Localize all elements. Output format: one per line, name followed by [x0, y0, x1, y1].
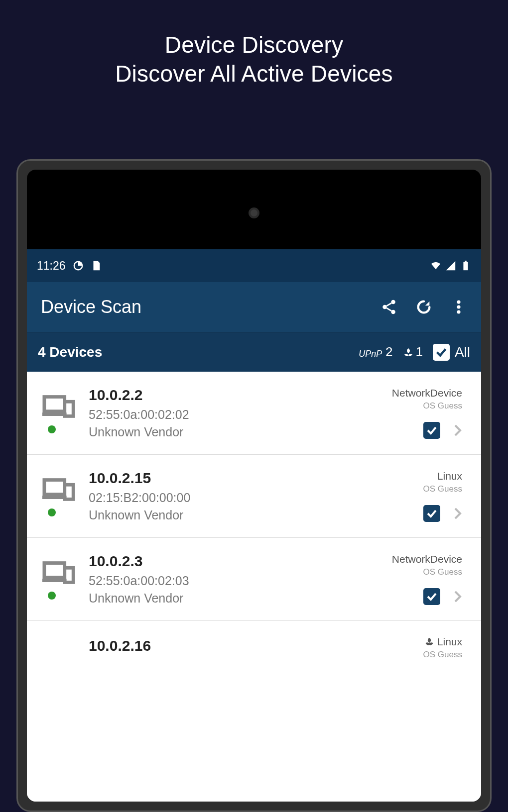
device-mac: 52:55:0a:00:02:02 — [89, 407, 392, 422]
device-ip: 10.0.2.15 — [89, 470, 423, 487]
app-bar: Device Scan — [27, 282, 481, 332]
svg-rect-14 — [65, 485, 73, 499]
device-checkbox[interactable] — [423, 505, 440, 522]
device-vendor: Unknown Vendor — [89, 591, 392, 606]
status-bar: 11:26 — [27, 249, 481, 282]
svg-point-7 — [457, 305, 460, 308]
devices-icon — [42, 476, 76, 504]
device-os-col: NetworkDevice OS Guess — [392, 553, 462, 605]
device-info: 10.0.2.15 02:15:B2:00:00:00 Unknown Vend… — [81, 470, 423, 522]
sd-card-icon — [91, 260, 102, 271]
os-guess-label: OS Guess — [423, 484, 462, 494]
os-guess-label: OS Guess — [423, 650, 462, 660]
tablet-inner: 11:26 Device Scan — [27, 170, 481, 802]
device-os: Linux — [437, 470, 462, 482]
device-os: NetworkDevice — [392, 553, 462, 565]
bonjour-indicator: 1 — [402, 344, 422, 360]
app-screen: 11:26 Device Scan — [27, 249, 481, 802]
device-os-col: NetworkDevice OS Guess — [392, 387, 462, 439]
chevron-right-icon[interactable] — [453, 423, 462, 437]
device-os-col: Linux OS Guess — [423, 636, 462, 660]
device-ip: 10.0.2.3 — [89, 553, 392, 570]
svg-rect-2 — [465, 261, 467, 262]
device-ip: 10.0.2.16 — [89, 637, 423, 654]
chevron-right-icon[interactable] — [453, 507, 462, 520]
device-os: NetworkDevice — [392, 387, 462, 399]
device-count-label: 4 Devices — [38, 344, 102, 360]
device-row[interactable]: 10.0.2.16 Linux OS Guess — [27, 621, 481, 675]
summary-right: UPnP 2 1 All — [359, 344, 470, 361]
promo-line1: Device Discovery — [0, 31, 508, 60]
device-os: Linux — [424, 636, 462, 648]
device-ip: 10.0.2.2 — [89, 387, 392, 404]
app-title: Device Scan — [41, 297, 141, 317]
svg-point-5 — [391, 310, 395, 314]
device-list[interactable]: 10.0.2.2 52:55:0a:00:02:02 Unknown Vendo… — [27, 372, 481, 802]
device-info: 10.0.2.3 52:55:0a:00:02:03 Unknown Vendo… — [81, 553, 392, 606]
online-status-dot — [48, 592, 56, 600]
tablet-frame: 11:26 Device Scan — [16, 159, 492, 812]
status-time: 11:26 — [37, 259, 66, 273]
promo-headline: Device Discovery Discover All Active Dev… — [0, 0, 508, 88]
svg-rect-17 — [65, 568, 73, 582]
svg-point-3 — [391, 300, 395, 304]
online-status-dot — [48, 425, 56, 433]
overflow-menu-button[interactable] — [450, 299, 467, 315]
device-os-col: Linux OS Guess — [423, 470, 462, 522]
svg-point-4 — [382, 305, 387, 309]
device-checkbox[interactable] — [423, 588, 440, 605]
os-guess-label: OS Guess — [423, 567, 462, 577]
device-icon-col — [38, 393, 81, 433]
status-right — [430, 260, 471, 271]
select-all-checkbox[interactable] — [433, 344, 450, 361]
os-guess-label: OS Guess — [423, 401, 462, 411]
data-saver-icon — [73, 260, 84, 271]
svg-rect-9 — [44, 397, 65, 411]
device-mac: 52:55:0a:00:02:03 — [89, 574, 392, 588]
device-info: 10.0.2.2 52:55:0a:00:02:02 Unknown Vendo… — [81, 387, 392, 439]
device-icon-col — [38, 559, 81, 600]
svg-rect-1 — [463, 262, 468, 271]
svg-rect-15 — [44, 563, 65, 578]
device-vendor: Unknown Vendor — [89, 425, 392, 439]
tablet-camera — [249, 207, 259, 218]
status-left: 11:26 — [37, 259, 102, 273]
devices-icon — [42, 393, 76, 420]
summary-bar: 4 Devices UPnP 2 1 All — [27, 332, 481, 372]
devices-icon — [42, 559, 76, 587]
app-actions — [381, 299, 467, 315]
battery-icon — [460, 260, 471, 271]
chevron-right-icon[interactable] — [453, 590, 462, 604]
device-info: 10.0.2.16 — [81, 637, 423, 658]
online-status-dot — [48, 508, 56, 516]
bonjour-icon — [424, 637, 434, 647]
device-mac: 02:15:B2:00:00:00 — [89, 491, 423, 505]
select-all-control[interactable]: All — [433, 344, 470, 361]
device-row[interactable]: 10.0.2.3 52:55:0a:00:02:03 Unknown Vendo… — [27, 538, 481, 621]
svg-rect-11 — [65, 402, 73, 416]
promo-line2: Discover All Active Devices — [0, 60, 508, 89]
share-button[interactable] — [381, 299, 397, 315]
bonjour-icon — [402, 347, 414, 359]
device-icon-col — [38, 476, 81, 516]
svg-point-8 — [457, 310, 460, 313]
refresh-button[interactable] — [415, 299, 432, 315]
device-checkbox[interactable] — [423, 422, 440, 439]
upnp-indicator: UPnP 2 — [359, 344, 392, 360]
signal-icon — [445, 260, 456, 271]
svg-rect-12 — [44, 480, 65, 495]
select-all-label: All — [455, 344, 470, 360]
device-vendor: Unknown Vendor — [89, 508, 423, 522]
svg-point-6 — [457, 301, 460, 304]
device-row[interactable]: 10.0.2.2 52:55:0a:00:02:02 Unknown Vendo… — [27, 372, 481, 455]
wifi-icon — [430, 260, 441, 271]
device-row[interactable]: 10.0.2.15 02:15:B2:00:00:00 Unknown Vend… — [27, 455, 481, 538]
